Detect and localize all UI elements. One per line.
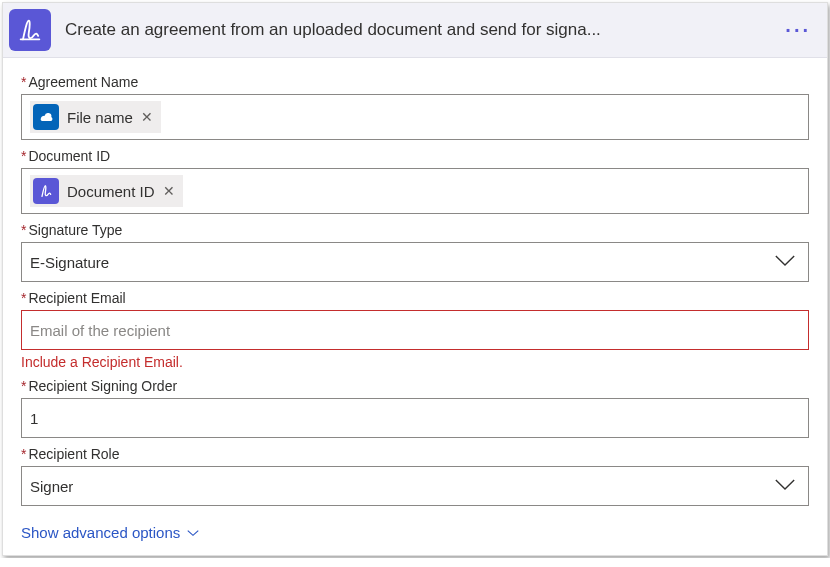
chevron-down-icon [774,254,796,271]
field-label: *Document ID [21,148,809,164]
required-marker: * [21,378,26,394]
field-recipient-email: *Recipient Email Email of the recipient … [21,290,809,370]
link-label: Show advanced options [21,524,180,541]
input-placeholder: Email of the recipient [30,322,170,339]
card-body: *Agreement Name File name ✕ *Document ID [3,58,827,555]
required-marker: * [21,222,26,238]
token-document-id[interactable]: Document ID ✕ [30,175,183,207]
field-signature-type: *Signature Type E-Signature [21,222,809,282]
label-text: Signature Type [28,222,122,238]
chevron-down-icon [186,528,200,538]
token-file-name[interactable]: File name ✕ [30,101,161,133]
field-label: *Agreement Name [21,74,809,90]
label-text: Agreement Name [28,74,138,90]
recipient-email-input[interactable]: Email of the recipient [21,310,809,350]
field-label: *Signature Type [21,222,809,238]
card-header: Create an agreement from an uploaded doc… [3,3,827,58]
signature-type-select[interactable]: E-Signature [21,242,809,282]
input-value: 1 [30,410,38,427]
token-label: File name [67,109,133,126]
label-text: Recipient Role [28,446,119,462]
adobe-sign-icon [9,9,51,51]
select-value: E-Signature [30,254,109,271]
label-text: Recipient Signing Order [28,378,177,394]
required-marker: * [21,148,26,164]
field-document-id: *Document ID Document ID ✕ [21,148,809,214]
remove-token-icon[interactable]: ✕ [163,183,175,199]
chevron-down-icon [774,478,796,495]
required-marker: * [21,290,26,306]
field-label: *Recipient Signing Order [21,378,809,394]
field-label: *Recipient Role [21,446,809,462]
select-value: Signer [30,478,73,495]
adobe-sign-icon [33,178,59,204]
sharepoint-icon [33,104,59,130]
agreement-name-input[interactable]: File name ✕ [21,94,809,140]
card-title: Create an agreement from an uploaded doc… [51,20,779,40]
required-marker: * [21,74,26,90]
label-text: Document ID [28,148,110,164]
recipient-signing-order-input[interactable]: 1 [21,398,809,438]
more-menu-icon[interactable]: ··· [779,19,817,42]
field-agreement-name: *Agreement Name File name ✕ [21,74,809,140]
required-marker: * [21,446,26,462]
label-text: Recipient Email [28,290,125,306]
field-recipient-signing-order: *Recipient Signing Order 1 [21,378,809,438]
remove-token-icon[interactable]: ✕ [141,109,153,125]
recipient-role-select[interactable]: Signer [21,466,809,506]
field-recipient-role: *Recipient Role Signer [21,446,809,506]
token-label: Document ID [67,183,155,200]
document-id-input[interactable]: Document ID ✕ [21,168,809,214]
error-message: Include a Recipient Email. [21,354,809,370]
action-card: Create an agreement from an uploaded doc… [2,2,828,556]
show-advanced-options-link[interactable]: Show advanced options [21,524,200,541]
field-label: *Recipient Email [21,290,809,306]
